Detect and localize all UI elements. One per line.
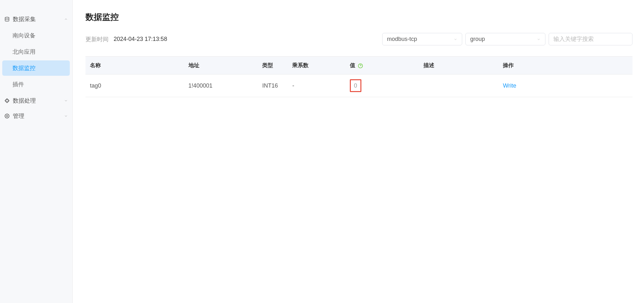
chevron-up-icon [64,17,68,21]
sidebar-item-north-apps[interactable]: 北向应用 [2,44,70,59]
sidebar-group-header-data-processing[interactable]: 数据处理 [0,93,72,108]
chevron-down-icon [537,37,541,41]
help-icon[interactable] [358,63,363,68]
sidebar-group-header-data-collection[interactable]: 数据采集 [0,12,72,27]
sidebar-subitems: 南向设备 北向应用 数据监控 插件 [0,28,72,92]
column-header-desc: 描述 [419,57,498,74]
table-row: tag0 1!400001 INT16 - 0 Write [85,74,632,97]
controls-row: 更新时间 2024-04-23 17:13:58 modbus-tcp grou… [85,33,632,45]
column-header-type: 类型 [258,57,288,74]
column-header-name: 名称 [85,57,184,74]
cell-factor: - [288,74,345,97]
update-time-label: 更新时间 [85,35,109,43]
column-header-action: 操作 [498,57,632,74]
sidebar-item-data-monitor[interactable]: 数据监控 [2,60,70,76]
sidebar-item-south-devices[interactable]: 南向设备 [2,28,70,43]
sidebar-item-label: 北向应用 [12,49,36,55]
svg-marker-4 [8,100,9,102]
cell-value: 0 [345,74,419,97]
svg-point-0 [5,17,9,18]
sidebar-group-label: 数据采集 [13,15,36,23]
column-header-address: 地址 [184,57,258,74]
data-table: 名称 地址 类型 乘系数 值 描述 操作 [85,56,632,97]
sidebar: 数据采集 南向设备 北向应用 数据监控 插件 [0,0,73,303]
database-icon [4,17,10,22]
svg-marker-2 [6,102,8,103]
update-time-value: 2024-04-23 17:13:58 [114,36,167,43]
processing-icon [4,98,10,103]
device-select-value: modbus-tcp [387,36,417,43]
sidebar-group-label: 管理 [13,112,24,120]
gear-icon [4,113,10,119]
device-select[interactable]: modbus-tcp [382,33,462,45]
main-content: 数据监控 更新时间 2024-04-23 17:13:58 modbus-tcp… [73,0,644,303]
group-select[interactable]: group [465,33,545,45]
write-link[interactable]: Write [503,82,516,89]
sidebar-item-label: 插件 [12,81,24,88]
column-header-value: 值 [345,57,419,74]
svg-point-5 [6,115,8,117]
sidebar-group-data-processing: 数据处理 [0,93,72,108]
value-highlight-box: 0 [350,79,361,92]
sidebar-item-label: 数据监控 [12,65,36,71]
sidebar-item-plugins[interactable]: 插件 [2,77,70,92]
cell-type: INT16 [258,74,288,97]
page-title: 数据监控 [85,12,632,23]
sidebar-group-header-management[interactable]: 管理 [0,108,72,124]
chevron-down-icon [454,37,457,41]
sidebar-group-data-collection: 数据采集 南向设备 北向应用 数据监控 插件 [0,12,72,92]
search-input[interactable] [549,33,632,45]
svg-marker-1 [6,98,8,99]
cell-action: Write [498,74,632,97]
table-header-row: 名称 地址 类型 乘系数 值 描述 操作 [85,57,632,74]
group-select-value: group [470,36,485,43]
sidebar-group-label: 数据处理 [13,97,36,105]
column-header-value-text: 值 [350,62,355,68]
chevron-down-icon [64,99,68,103]
sidebar-item-label: 南向设备 [12,32,36,39]
cell-address: 1!400001 [184,74,258,97]
cell-name: tag0 [85,74,184,97]
column-header-factor: 乘系数 [288,57,345,74]
chevron-down-icon [64,114,68,118]
cell-desc [419,74,498,97]
svg-marker-3 [5,100,6,102]
sidebar-group-management: 管理 [0,108,72,124]
